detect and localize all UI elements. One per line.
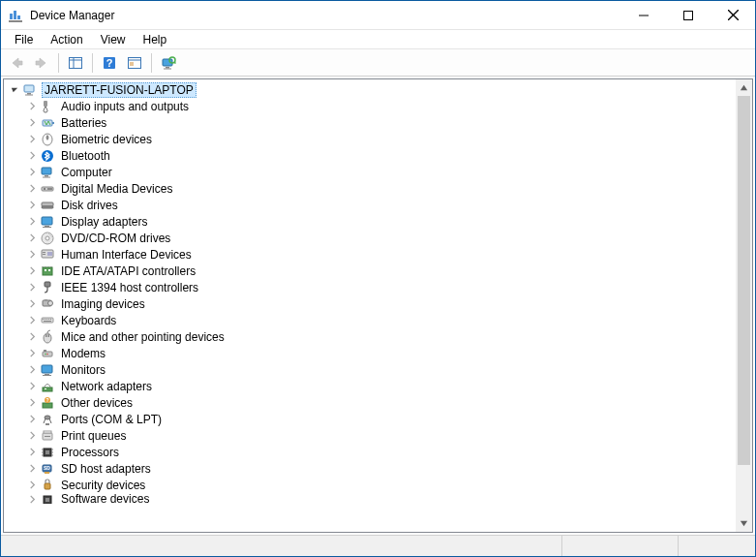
tree-category[interactable]: Keyboards xyxy=(4,312,736,328)
tree-category[interactable]: Bluetooth xyxy=(4,147,736,164)
chevron-right-icon[interactable] xyxy=(25,479,39,492)
vertical-scrollbar[interactable] xyxy=(736,79,752,532)
category-label: IDE ATA/ATAPI controllers xyxy=(59,264,197,278)
svg-rect-66 xyxy=(45,334,47,337)
chevron-right-icon[interactable] xyxy=(25,116,39,130)
tree-category[interactable]: Biometric devices xyxy=(4,131,736,147)
tree-category[interactable]: SDSD host adapters xyxy=(4,460,736,477)
menu-action[interactable]: Action xyxy=(43,31,90,48)
tree-category[interactable]: IEEE 1394 host controllers xyxy=(4,279,736,295)
tree-category[interactable]: Print queues xyxy=(4,427,736,444)
tree-category[interactable]: Imaging devices xyxy=(4,295,736,312)
category-icon xyxy=(40,379,55,394)
device-tree[interactable]: JARRETT-FUSION-LAPTOP Audio inputs and o… xyxy=(4,79,736,532)
tree-category[interactable]: DVD/CD-ROM drives xyxy=(4,230,736,246)
chevron-right-icon[interactable] xyxy=(25,462,39,476)
close-button[interactable] xyxy=(711,1,755,29)
chevron-down-icon[interactable] xyxy=(8,83,21,97)
chevron-right-icon[interactable] xyxy=(25,100,39,113)
tree-root[interactable]: JARRETT-FUSION-LAPTOP xyxy=(4,81,736,98)
chevron-right-icon[interactable] xyxy=(25,199,39,212)
chevron-right-icon[interactable] xyxy=(25,232,39,245)
category-label: Computer xyxy=(59,166,114,179)
chevron-right-icon[interactable] xyxy=(25,429,39,443)
tree-category[interactable]: Mice and other pointing devices xyxy=(4,328,736,345)
category-label: Display adapters xyxy=(59,215,149,229)
chevron-right-icon[interactable] xyxy=(25,166,39,179)
category-icon xyxy=(40,280,55,295)
svg-line-21 xyxy=(174,62,176,64)
window-controls xyxy=(621,1,755,29)
toolbar-separator xyxy=(151,53,152,73)
scroll-down-button[interactable] xyxy=(736,515,752,532)
menubar: File Action View Help xyxy=(1,30,755,49)
chevron-right-icon[interactable] xyxy=(25,363,39,377)
chevron-right-icon[interactable] xyxy=(25,215,39,229)
svg-rect-64 xyxy=(44,321,51,322)
chevron-right-icon[interactable] xyxy=(25,149,39,163)
chevron-right-icon[interactable] xyxy=(25,396,39,410)
category-icon xyxy=(40,247,55,263)
chevron-right-icon[interactable] xyxy=(25,493,39,504)
chevron-right-icon[interactable] xyxy=(25,248,39,262)
minimize-button[interactable] xyxy=(621,1,666,29)
tree-category[interactable]: Modems xyxy=(4,345,736,361)
chevron-right-icon[interactable] xyxy=(25,264,39,278)
tree-category[interactable]: Processors xyxy=(4,444,736,460)
help-button[interactable]: ? xyxy=(98,52,121,74)
category-label: Batteries xyxy=(59,116,108,130)
svg-point-34 xyxy=(44,188,45,190)
category-label: Ports (COM & LPT) xyxy=(59,413,164,426)
tree-category[interactable]: Security devices xyxy=(4,477,736,493)
toolbar-separator xyxy=(92,53,93,73)
menu-help[interactable]: Help xyxy=(136,31,175,48)
tree-category[interactable]: Computer xyxy=(4,164,736,180)
chevron-right-icon[interactable] xyxy=(25,182,39,196)
tree-category[interactable]: Batteries xyxy=(4,114,736,131)
menu-view[interactable]: View xyxy=(93,31,134,48)
svg-rect-72 xyxy=(42,365,52,373)
tree-category[interactable]: Audio inputs and outputs xyxy=(4,98,736,114)
scroll-thumb[interactable] xyxy=(738,96,750,465)
tree-category[interactable]: Software devices xyxy=(4,493,736,504)
category-label: Print queues xyxy=(59,429,128,443)
chevron-right-icon[interactable] xyxy=(25,297,39,311)
svg-rect-67 xyxy=(48,334,50,337)
chevron-right-icon[interactable] xyxy=(25,314,39,327)
svg-text:?: ? xyxy=(45,397,48,403)
scroll-track[interactable] xyxy=(736,96,752,515)
svg-rect-3 xyxy=(9,20,22,22)
tree-category[interactable]: IDE ATA/ATAPI controllers xyxy=(4,263,736,279)
chevron-right-icon[interactable] xyxy=(25,330,39,344)
chevron-right-icon[interactable] xyxy=(25,281,39,294)
category-label: SD host adapters xyxy=(59,462,153,476)
chevron-right-icon[interactable] xyxy=(25,446,39,459)
back-button[interactable] xyxy=(5,52,28,74)
scroll-up-button[interactable] xyxy=(736,79,752,96)
tree-category[interactable]: Human Interface Devices xyxy=(4,246,736,263)
chevron-right-icon[interactable] xyxy=(25,347,39,360)
maximize-button[interactable] xyxy=(666,1,711,29)
chevron-right-icon[interactable] xyxy=(25,380,39,393)
category-icon xyxy=(40,478,55,493)
show-hide-console-tree-button[interactable] xyxy=(64,52,87,74)
category-label: Mice and other pointing devices xyxy=(59,330,227,344)
forward-button[interactable] xyxy=(30,52,53,74)
category-label: Network adapters xyxy=(59,380,154,393)
status-cell xyxy=(1,536,561,556)
tree-category[interactable]: ?Other devices xyxy=(4,394,736,411)
tree-category[interactable]: Monitors xyxy=(4,361,736,378)
properties-button[interactable] xyxy=(123,52,146,74)
tree-category[interactable]: Display adapters xyxy=(4,213,736,230)
scan-for-hardware-changes-button[interactable] xyxy=(157,52,180,74)
menu-file[interactable]: File xyxy=(7,31,41,48)
svg-rect-61 xyxy=(46,319,47,320)
chevron-right-icon[interactable] xyxy=(25,133,39,146)
svg-rect-19 xyxy=(164,68,171,69)
tree-category[interactable]: Network adapters xyxy=(4,378,736,394)
tree-category[interactable]: Digital Media Devices xyxy=(4,180,736,197)
tree-category[interactable]: Ports (COM & LPT) xyxy=(4,411,736,427)
tree-category[interactable]: Disk drives xyxy=(4,197,736,213)
category-label: Human Interface Devices xyxy=(59,248,194,262)
chevron-right-icon[interactable] xyxy=(25,413,39,426)
